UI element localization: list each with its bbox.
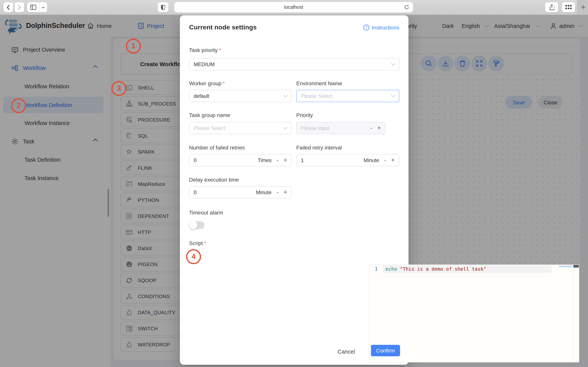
code-line: echo "This is a demo of shell task": [386, 266, 486, 272]
browser-forward-button[interactable]: [15, 2, 24, 12]
browser-chrome: localhost: [0, 0, 588, 15]
task-priority-label: Task priority*: [189, 47, 221, 53]
browser-back-button[interactable]: [3, 2, 13, 12]
environment-label: Environment Name: [296, 80, 342, 86]
decrement-button[interactable]: -: [370, 125, 372, 132]
worker-group-select[interactable]: default: [189, 90, 292, 102]
help-icon: ?: [363, 25, 370, 31]
browser-privacy-button[interactable]: [158, 2, 168, 12]
svg-text:?: ?: [366, 26, 367, 29]
decrement-button[interactable]: -: [277, 157, 279, 164]
script-editor[interactable]: 1 echo "This is a demo of shell task": [369, 265, 579, 362]
failed-retries-input[interactable]: 0 Times - +: [189, 154, 292, 166]
url-bar[interactable]: localhost: [174, 2, 413, 13]
chevron-down-icon: [284, 125, 288, 130]
browser-share-button[interactable]: [545, 2, 558, 12]
chevron-down-icon: [42, 6, 45, 8]
task-priority-select[interactable]: MEDIUM: [189, 58, 399, 70]
plus-icon: [581, 5, 585, 9]
annotation-circle-2: 2: [11, 98, 26, 113]
retry-interval-input[interactable]: 1 Minute - +: [296, 154, 399, 166]
task-group-label: Task group name: [189, 112, 230, 118]
worker-group-label: Worker group*: [189, 80, 225, 86]
increment-button[interactable]: +: [284, 189, 287, 196]
chevron-down-icon: [391, 93, 396, 98]
script-label: Script*: [189, 240, 206, 246]
timeout-alarm-toggle[interactable]: [189, 221, 204, 229]
increment-button[interactable]: +: [391, 157, 395, 164]
priority-input[interactable]: Please Input - +: [296, 122, 386, 134]
sidebar-icon: [30, 5, 36, 10]
shield-icon: [161, 4, 165, 10]
annotation-circle-1: 1: [126, 39, 141, 53]
priority-label: Priority: [296, 112, 313, 118]
modal-title: Current node settings: [189, 24, 257, 31]
back-icon: [7, 5, 10, 10]
line-number: 1: [375, 266, 378, 272]
minimap-line: [559, 266, 573, 267]
cancel-button[interactable]: Cancel: [338, 349, 355, 355]
timeout-alarm-label: Timeout alarm: [189, 209, 223, 216]
code-string: "This is a demo of shell task": [400, 266, 486, 272]
tab-overview-icon: [565, 5, 571, 9]
decrement-button[interactable]: -: [384, 157, 386, 164]
chevron-down-icon: [284, 93, 288, 98]
retry-interval-label: Failed retry interval: [296, 144, 342, 151]
url-text: localhost: [284, 5, 303, 10]
delay-execution-input[interactable]: 0 Minute - +: [189, 186, 292, 198]
toggle-knob: [189, 221, 198, 229]
instructions-link[interactable]: ? Instructions: [363, 25, 399, 31]
annotation-circle-4: 4: [186, 249, 201, 264]
refresh-icon[interactable]: [404, 5, 409, 10]
forward-icon: [17, 5, 21, 10]
annotation-circle-3: 3: [111, 81, 126, 96]
chevron-down-icon: [391, 61, 396, 66]
increment-button[interactable]: +: [377, 125, 381, 132]
browser-sidebar-menu-button[interactable]: [39, 2, 47, 12]
browser-tabs-button[interactable]: [562, 2, 575, 12]
task-group-select[interactable]: Please Select: [189, 122, 292, 134]
screen: localhost DolphinScheduler: [0, 0, 588, 367]
increment-button[interactable]: +: [284, 157, 287, 164]
new-tab-button[interactable]: [577, 0, 588, 14]
minimap-divider: [573, 265, 573, 362]
browser-sidebar-button[interactable]: [27, 2, 39, 12]
share-icon: [549, 4, 554, 10]
failed-retries-label: Number of failed retries: [189, 144, 245, 151]
code-command: echo: [386, 266, 397, 272]
delay-execution-label: Delay execution time: [189, 177, 239, 183]
environment-select[interactable]: Please Select: [296, 90, 399, 102]
confirm-button[interactable]: Confirm: [371, 345, 400, 356]
minimap-slider[interactable]: [573, 265, 579, 267]
node-settings-modal: Current node settings ? Instructions Tas…: [180, 15, 408, 365]
decrement-button[interactable]: -: [277, 189, 279, 196]
